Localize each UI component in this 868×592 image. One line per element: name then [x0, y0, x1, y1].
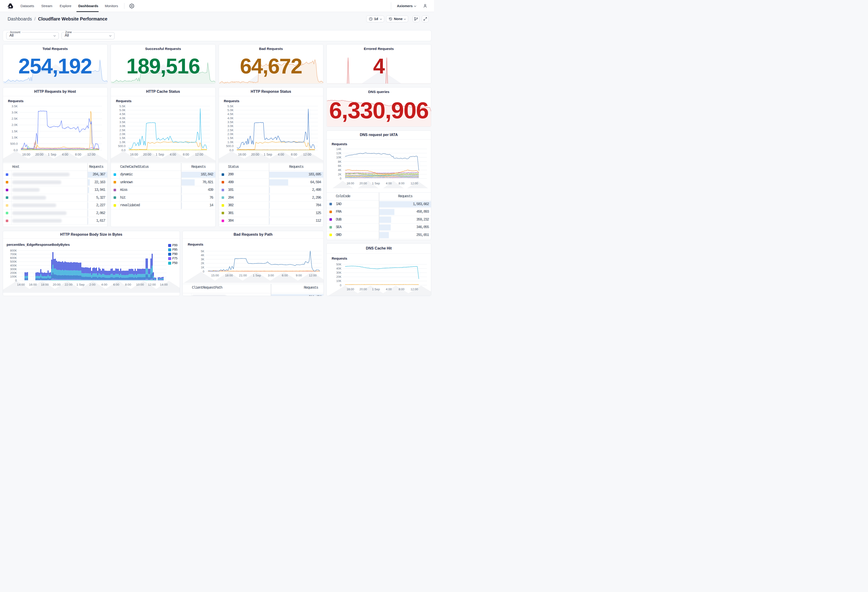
- svg-text:3.5K: 3.5K: [227, 121, 233, 124]
- svg-text:0.0: 0.0: [229, 149, 233, 152]
- svg-text:4:00: 4:00: [62, 153, 68, 156]
- svg-text:5.5K: 5.5K: [120, 105, 126, 108]
- svg-text:1 Sep: 1 Sep: [372, 182, 380, 185]
- svg-text:40K: 40K: [336, 267, 342, 270]
- svg-text:16:00: 16:00: [347, 182, 354, 185]
- svg-text:8:00: 8:00: [291, 153, 297, 156]
- svg-text:3K: 3K: [201, 258, 205, 261]
- svg-text:0.0: 0.0: [121, 149, 125, 152]
- svg-text:800K: 800K: [10, 249, 17, 252]
- svg-text:22:00: 22:00: [65, 283, 72, 286]
- svg-text:8:00: 8:00: [183, 153, 189, 156]
- svg-text:1.0K: 1.0K: [120, 140, 126, 144]
- svg-text:500.0: 500.0: [118, 144, 126, 148]
- svg-text:0.0: 0.0: [13, 149, 18, 152]
- svg-text:3:00: 3:00: [268, 274, 274, 277]
- svg-text:4:00: 4:00: [386, 182, 392, 185]
- svg-text:500K: 500K: [10, 260, 17, 263]
- svg-text:6:00: 6:00: [282, 274, 288, 277]
- svg-text:2.5K: 2.5K: [120, 128, 126, 132]
- svg-text:21:00: 21:00: [239, 274, 247, 277]
- svg-text:600K: 600K: [10, 256, 17, 260]
- svg-text:6:00: 6:00: [113, 283, 119, 286]
- svg-text:15:00: 15:00: [211, 274, 219, 277]
- svg-text:4:00: 4:00: [170, 153, 176, 156]
- svg-text:700K: 700K: [10, 252, 17, 256]
- svg-text:1.5K: 1.5K: [120, 136, 126, 140]
- svg-text:4:00: 4:00: [101, 283, 107, 286]
- svg-text:3.0K: 3.0K: [120, 124, 126, 128]
- svg-text:1.5K: 1.5K: [227, 136, 233, 140]
- svg-text:12:00: 12:00: [410, 182, 418, 185]
- svg-text:20:00: 20:00: [359, 182, 367, 185]
- svg-text:2.5K: 2.5K: [227, 128, 233, 132]
- svg-text:16:00: 16:00: [130, 153, 138, 156]
- svg-text:1 Sep: 1 Sep: [48, 153, 56, 156]
- svg-text:3.5K: 3.5K: [12, 105, 18, 108]
- svg-text:18:00: 18:00: [225, 274, 233, 277]
- svg-text:10K: 10K: [336, 280, 342, 283]
- svg-text:16:00: 16:00: [347, 287, 354, 291]
- svg-text:1.5K: 1.5K: [12, 130, 18, 133]
- svg-text:4.0K: 4.0K: [227, 116, 233, 120]
- svg-text:5.0K: 5.0K: [227, 108, 233, 112]
- svg-text:12:00: 12:00: [195, 153, 203, 156]
- svg-text:20:00: 20:00: [359, 287, 367, 291]
- svg-text:1K: 1K: [201, 266, 205, 269]
- svg-text:30K: 30K: [336, 271, 342, 274]
- svg-text:1 Sep: 1 Sep: [76, 283, 84, 286]
- svg-text:8:00: 8:00: [399, 287, 404, 291]
- svg-text:100K: 100K: [10, 275, 17, 278]
- svg-text:400K: 400K: [10, 264, 17, 267]
- svg-text:8:00: 8:00: [75, 153, 81, 156]
- svg-text:3.0K: 3.0K: [12, 111, 18, 114]
- svg-text:12:00: 12:00: [148, 283, 156, 286]
- svg-text:4:00: 4:00: [278, 153, 284, 156]
- svg-text:500.0: 500.0: [10, 142, 18, 146]
- svg-text:20:00: 20:00: [251, 153, 259, 156]
- svg-text:4.5K: 4.5K: [120, 112, 126, 116]
- svg-text:4K: 4K: [338, 168, 341, 172]
- svg-text:1.0K: 1.0K: [227, 140, 233, 144]
- svg-text:14K: 14K: [336, 147, 342, 151]
- svg-text:9:00: 9:00: [296, 274, 302, 277]
- svg-text:2K: 2K: [201, 262, 205, 265]
- svg-text:10K: 10K: [336, 156, 342, 159]
- svg-text:12:00: 12:00: [303, 153, 311, 156]
- svg-text:4:00: 4:00: [386, 287, 392, 291]
- svg-text:5.0K: 5.0K: [120, 108, 126, 112]
- svg-text:6K: 6K: [338, 164, 341, 168]
- svg-text:12:00: 12:00: [87, 153, 95, 156]
- svg-text:2.0K: 2.0K: [120, 133, 126, 136]
- svg-text:2.0K: 2.0K: [12, 123, 18, 127]
- svg-text:20:00: 20:00: [35, 153, 43, 156]
- svg-text:16:00: 16:00: [29, 283, 37, 286]
- svg-text:14:00: 14:00: [160, 283, 168, 286]
- svg-text:1 Sep: 1 Sep: [253, 274, 261, 277]
- svg-text:50K: 50K: [336, 263, 342, 266]
- svg-text:2.0K: 2.0K: [227, 133, 233, 136]
- svg-text:10:00: 10:00: [136, 283, 144, 286]
- svg-text:3.5K: 3.5K: [120, 121, 126, 124]
- svg-text:5K: 5K: [201, 249, 205, 253]
- svg-text:4K: 4K: [201, 254, 205, 257]
- svg-text:12:00: 12:00: [309, 274, 317, 277]
- svg-text:14:00: 14:00: [17, 283, 25, 286]
- svg-text:8K: 8K: [338, 160, 341, 163]
- svg-text:1 Sep: 1 Sep: [156, 153, 164, 156]
- svg-text:20:00: 20:00: [53, 283, 61, 286]
- svg-text:16:00: 16:00: [22, 153, 30, 156]
- svg-text:8:00: 8:00: [125, 283, 131, 286]
- svg-text:3.0K: 3.0K: [227, 124, 233, 128]
- svg-text:4.0K: 4.0K: [120, 116, 126, 120]
- svg-text:16:00: 16:00: [238, 153, 246, 156]
- svg-text:0: 0: [340, 284, 341, 287]
- svg-text:8:00: 8:00: [399, 182, 404, 185]
- svg-text:1 Sep: 1 Sep: [372, 287, 380, 291]
- svg-text:0: 0: [203, 270, 204, 273]
- svg-text:4.5K: 4.5K: [227, 112, 233, 116]
- svg-text:2K: 2K: [338, 173, 341, 176]
- svg-text:0: 0: [340, 177, 341, 180]
- svg-text:1 Sep: 1 Sep: [264, 153, 272, 156]
- svg-text:20K: 20K: [336, 275, 342, 278]
